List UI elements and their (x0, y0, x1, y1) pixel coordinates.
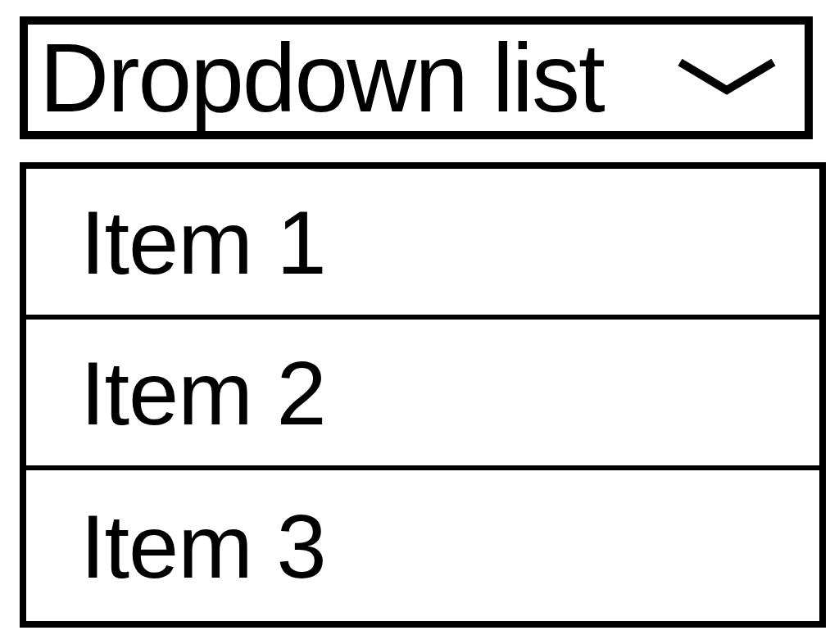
dropdown-item-label: Item 2 (80, 341, 326, 445)
chevron-down-icon (673, 56, 780, 100)
dropdown-label: Dropdown list (39, 22, 604, 134)
dropdown-item-label: Item 1 (80, 190, 326, 294)
dropdown-item-2[interactable]: Item 2 (26, 320, 819, 470)
dropdown-toggle[interactable]: Dropdown list (20, 16, 813, 139)
dropdown-item-1[interactable]: Item 1 (26, 169, 819, 320)
dropdown-list: Item 1 Item 2 Item 3 (20, 162, 826, 628)
dropdown-item-label: Item 3 (80, 494, 326, 598)
dropdown-item-3[interactable]: Item 3 (26, 470, 819, 621)
